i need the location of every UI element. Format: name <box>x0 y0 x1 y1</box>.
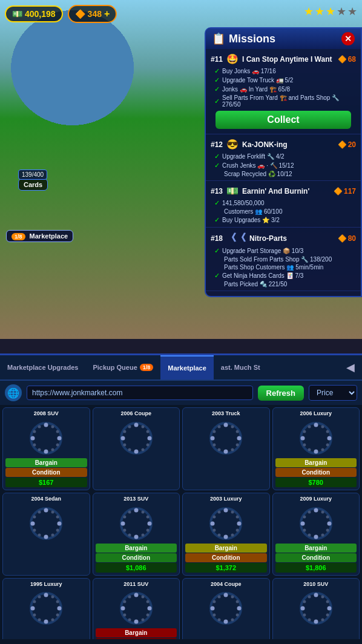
market-card[interactable]: 2004 Coupe <box>182 578 270 639</box>
svg-point-59 <box>44 534 48 539</box>
svg-point-2 <box>51 425 54 428</box>
missions-title: 📋 Missions <box>212 32 275 45</box>
market-card[interactable]: 2006 LuxuryBargainCondition$780 <box>272 407 360 490</box>
card-image <box>207 590 245 627</box>
svg-point-35 <box>213 443 216 446</box>
tab-other[interactable]: ast. Much St <box>214 355 268 380</box>
svg-point-105 <box>44 593 48 597</box>
market-card[interactable]: 2013 SUVBargainCondition$1,086 <box>93 493 180 576</box>
missions-close-button[interactable]: ✕ <box>341 32 355 45</box>
svg-point-146 <box>326 600 329 603</box>
svg-point-72 <box>134 534 138 539</box>
svg-point-82 <box>237 521 242 525</box>
market-card[interactable]: 2003 Truck <box>182 407 270 490</box>
market-card[interactable]: 2003 LuxuryBargainCondition$1,372 <box>182 493 270 576</box>
svg-point-10 <box>31 436 35 440</box>
cards-label[interactable]: Cards <box>18 179 48 191</box>
svg-point-133 <box>236 600 239 603</box>
condition-badge: Condition <box>185 553 267 562</box>
svg-point-14 <box>134 422 138 427</box>
svg-point-97 <box>321 533 324 536</box>
tab-marketplace[interactable]: Marketplace <box>160 355 214 380</box>
pickup-queue-badge: 1/8 <box>140 364 154 371</box>
svg-point-85 <box>224 534 228 539</box>
collect-button[interactable]: Collect <box>216 111 351 129</box>
market-card[interactable]: 1995 Luxury <box>2 578 90 639</box>
card-image <box>207 419 245 457</box>
sort-select[interactable]: Price <box>309 385 357 401</box>
svg-point-27 <box>224 422 228 427</box>
svg-point-123 <box>141 619 144 622</box>
mission-11: #11 🤩 I Can Stop Anytime I Want 🔶68 ✓Buy… <box>206 49 361 134</box>
price-badge: $167 <box>5 478 87 487</box>
market-card[interactable]: 2010 SUV <box>272 578 360 639</box>
svg-point-90 <box>218 510 221 513</box>
mission-12-gems: 🔶20 <box>338 140 356 149</box>
svg-point-128 <box>123 600 126 603</box>
card-image <box>27 590 65 627</box>
svg-point-12 <box>38 425 41 428</box>
svg-point-58 <box>51 533 54 536</box>
refresh-button[interactable]: Refresh <box>258 386 304 401</box>
card-title: 2010 SUV <box>303 581 328 588</box>
url-bar: 🌐 Refresh Price <box>0 381 362 405</box>
mission-12-name: Ka-JONK-ing <box>242 140 334 149</box>
svg-point-13 <box>121 423 151 453</box>
card-image <box>117 590 155 627</box>
url-input[interactable] <box>27 386 253 400</box>
back-button[interactable]: ◀ <box>339 357 362 378</box>
condition-badge: Condition <box>5 468 87 477</box>
svg-point-81 <box>236 515 239 518</box>
top-hud: 💵 400,198 🔶 348 + <box>5 5 117 23</box>
svg-point-109 <box>56 614 59 617</box>
svg-point-84 <box>231 533 234 536</box>
svg-point-101 <box>300 521 304 525</box>
svg-point-94 <box>326 515 329 518</box>
card-image <box>297 419 335 457</box>
svg-point-62 <box>31 521 35 525</box>
mission-18-icon: 《《 <box>226 232 246 245</box>
tab-pickup-queue[interactable]: Pickup Queue 1/8 <box>85 355 160 380</box>
card-title: 2009 Luxury <box>300 496 332 502</box>
svg-point-46 <box>314 449 318 453</box>
star-rating: ★ ★ ★ ★ ★ <box>304 5 357 18</box>
svg-point-103 <box>308 510 311 513</box>
svg-point-127 <box>120 606 125 611</box>
gems-plus-icon[interactable]: + <box>104 8 110 19</box>
card-image <box>117 505 155 542</box>
svg-point-79 <box>224 508 228 512</box>
market-card[interactable]: 2011 SUVBargainCondition$2,272 <box>93 578 180 639</box>
svg-point-76 <box>123 515 126 518</box>
svg-point-114 <box>31 606 35 611</box>
svg-point-145 <box>321 596 324 599</box>
svg-point-68 <box>146 515 149 518</box>
market-card[interactable]: 2004 Sedan <box>2 493 90 576</box>
market-card[interactable]: 2009 LuxuryBargainCondition$1,806 <box>272 493 360 576</box>
svg-point-136 <box>231 619 234 622</box>
svg-point-15 <box>141 425 144 428</box>
svg-point-22 <box>123 443 126 446</box>
svg-point-104 <box>31 593 61 623</box>
svg-point-124 <box>134 620 138 624</box>
mission-12-num: #12 <box>211 140 223 149</box>
svg-point-40 <box>314 422 318 427</box>
svg-point-77 <box>128 510 131 513</box>
money-value: 400,198 <box>25 9 56 19</box>
price-badge: $1,806 <box>275 563 357 573</box>
svg-point-80 <box>231 510 234 513</box>
market-card[interactable]: 2008 SUVBargainCondition$167 <box>2 407 90 490</box>
mission-12-icon: 😎 <box>226 139 239 150</box>
svg-point-6 <box>51 448 54 451</box>
svg-point-75 <box>120 521 125 525</box>
marketplace-label[interactable]: 1/8 Marketplace <box>6 230 73 242</box>
market-card[interactable]: 2006 Coupe <box>93 407 180 490</box>
card-title: 2003 Luxury <box>210 496 242 502</box>
mission-13-gems: 🔶117 <box>334 187 356 196</box>
tab-marketplace-upgrades[interactable]: Marketplace Upgrades <box>0 355 85 380</box>
missions-panel: 📋 Missions ✕ #11 🤩 I Can Stop Anytime I … <box>205 27 362 297</box>
price-badge: $780 <box>275 478 357 487</box>
svg-point-65 <box>121 508 151 539</box>
yard-counter: 139/400 <box>18 169 47 180</box>
mission-11-icon: 🤩 <box>226 53 239 65</box>
svg-point-17 <box>147 436 151 440</box>
